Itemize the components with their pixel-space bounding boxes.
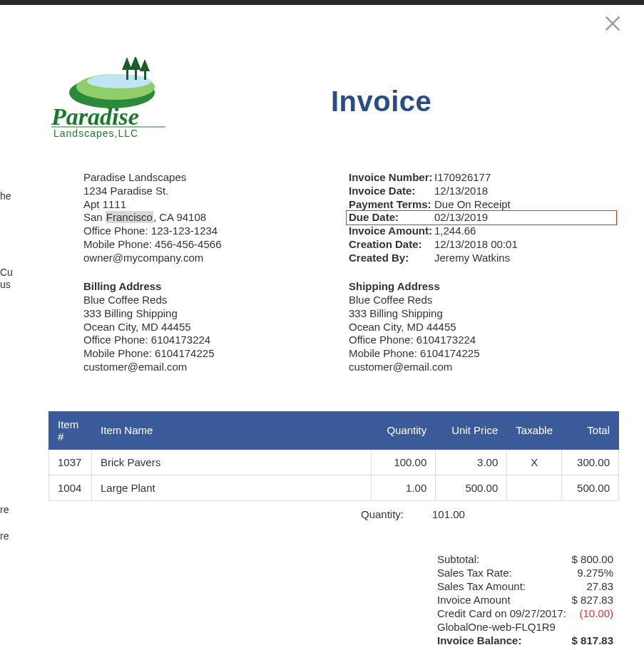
company-address-block: Paradise Landscapes 1234 Paradise St. Ap… bbox=[83, 171, 349, 264]
svg-text:Paradise: Paradise bbox=[51, 103, 139, 130]
address-line: 333 Billing Shipping bbox=[349, 307, 614, 321]
totals-value: 27.83 bbox=[569, 580, 619, 592]
close-button[interactable] bbox=[603, 14, 623, 33]
totals-line: Invoice Amount$ 827.83 bbox=[48, 593, 619, 607]
billing-heading: Billing Address bbox=[83, 280, 349, 294]
totals-value: $ 800.00 bbox=[569, 553, 619, 565]
meta-key: Invoice Number: bbox=[349, 171, 434, 185]
quantity-summary: Quantity: 101.00 bbox=[48, 508, 619, 520]
meta-key: Created By: bbox=[349, 252, 434, 265]
col-item-name: Item Name bbox=[92, 411, 372, 449]
meta-key: Payment Terms: bbox=[349, 198, 434, 212]
meta-key: Creation Date: bbox=[349, 238, 434, 252]
cell-item-name: Brick Pavers bbox=[92, 449, 372, 475]
cell-taxable: X bbox=[507, 449, 562, 475]
address-line: customer@email.com bbox=[349, 361, 614, 374]
meta-row: Invoice Number:I170926177 bbox=[349, 171, 614, 185]
totals-value: 9.275% bbox=[569, 567, 619, 579]
shipping-address-block: Shipping Address Blue Coffee Reds333 Bil… bbox=[349, 280, 614, 373]
shipping-heading: Shipping Address bbox=[349, 280, 614, 294]
meta-key: Due Date: bbox=[349, 211, 434, 225]
document-title: Invoice bbox=[331, 86, 614, 118]
totals-line: Sales Tax Rate:9.275% bbox=[48, 566, 619, 579]
cell-total: 300.00 bbox=[562, 449, 619, 475]
quantity-total: 101.00 bbox=[432, 508, 465, 520]
cell-item-name: Large Plant bbox=[92, 475, 372, 500]
company-office-phone: Office Phone: 123-123-1234 bbox=[83, 225, 349, 238]
meta-row: Created By:Jeremy Watkins bbox=[349, 252, 614, 265]
totals-label: Sales Tax Amount: bbox=[437, 580, 569, 592]
invoice-modal: he Cuus re re bbox=[0, 5, 644, 647]
meta-value: 12/13/2018 00:01 bbox=[434, 238, 518, 252]
meta-row: Due Date:02/13/2019 bbox=[346, 210, 617, 225]
cell-total: 500.00 bbox=[562, 475, 619, 500]
meta-value: 02/13/2019 bbox=[434, 211, 488, 225]
address-line: Mobile Phone: 6104174225 bbox=[83, 347, 349, 361]
company-addr2: Apt 1111 bbox=[83, 198, 349, 212]
totals-block: Subtotal:$ 800.00Sales Tax Rate:9.275%Sa… bbox=[48, 552, 619, 647]
meta-key: Invoice Amount: bbox=[349, 225, 434, 238]
meta-value: 12/13/2018 bbox=[434, 185, 488, 198]
svg-point-2 bbox=[87, 74, 151, 88]
totals-line: Sales Tax Amount:27.83 bbox=[48, 579, 619, 593]
meta-value: I170926177 bbox=[434, 171, 491, 185]
totals-value bbox=[569, 621, 619, 633]
company-mobile-phone: Mobile Phone: 456-456-4566 bbox=[83, 238, 349, 252]
svg-marker-8 bbox=[140, 59, 150, 71]
meta-value: Jeremy Watkins bbox=[434, 252, 510, 265]
cell-unit-price: 500.00 bbox=[436, 475, 507, 500]
totals-value: $ 817.83 bbox=[569, 634, 619, 646]
totals-value: $ 827.83 bbox=[569, 594, 619, 606]
meta-row: Invoice Date:12/13/2018 bbox=[349, 185, 614, 198]
cell-quantity: 100.00 bbox=[372, 449, 436, 475]
invoice-document: Paradise Landscapes,LLC Invoice Paradise… bbox=[12, 18, 635, 647]
totals-label: Invoice Balance: bbox=[437, 634, 569, 646]
items-header-row: Item # Item Name Quantity Unit Price Tax… bbox=[49, 411, 619, 449]
meta-row: Invoice Amount:1,244.66 bbox=[349, 225, 614, 238]
col-quantity: Quantity bbox=[372, 411, 436, 449]
address-line: Office Phone: 6104173224 bbox=[349, 334, 614, 347]
svg-marker-6 bbox=[130, 57, 141, 70]
svg-text:Landscapes,LLC: Landscapes,LLC bbox=[53, 128, 138, 139]
col-unit-price: Unit Price bbox=[436, 411, 507, 449]
text-selection: Francisco bbox=[106, 211, 153, 223]
col-taxable: Taxable bbox=[507, 411, 562, 449]
address-line: Blue Coffee Reds bbox=[349, 294, 614, 307]
totals-label: Sales Tax Rate: bbox=[437, 567, 569, 579]
company-city: San Francisco, CA 94108 bbox=[83, 211, 349, 225]
address-line: Blue Coffee Reds bbox=[83, 294, 349, 307]
meta-key: Invoice Date: bbox=[349, 185, 434, 198]
meta-row: Creation Date:12/13/2018 00:01 bbox=[349, 238, 614, 252]
company-name: Paradise Landscapes bbox=[83, 171, 349, 185]
table-row: 1037Brick Pavers100.003.00X300.00 bbox=[49, 449, 619, 475]
quantity-label: Quantity: bbox=[361, 508, 404, 520]
totals-label: Subtotal: bbox=[437, 553, 569, 565]
cell-quantity: 1.00 bbox=[372, 475, 436, 500]
totals-line: Subtotal:$ 800.00 bbox=[48, 552, 619, 566]
cell-unit-price: 3.00 bbox=[436, 449, 507, 475]
close-icon bbox=[603, 24, 623, 36]
totals-label: GlobalOne-web-FLQ1R9 bbox=[437, 621, 569, 633]
company-addr1: 1234 Paradise St. bbox=[83, 185, 349, 198]
address-line: Mobile Phone: 6104174225 bbox=[349, 347, 614, 361]
background-sidebar-hints: he Cuus re re bbox=[0, 190, 13, 607]
address-line: customer@email.com bbox=[83, 361, 349, 374]
address-line: Ocean City, MD 44455 bbox=[349, 321, 614, 334]
totals-label: Invoice Amount bbox=[437, 594, 569, 606]
col-total: Total bbox=[562, 411, 619, 449]
totals-line: GlobalOne-web-FLQ1R9 bbox=[48, 620, 619, 634]
window-topbar bbox=[0, 0, 644, 5]
cell-taxable bbox=[507, 475, 562, 500]
svg-marker-4 bbox=[122, 57, 132, 70]
totals-line: Invoice Balance:$ 817.83 bbox=[48, 634, 619, 647]
invoice-meta-block: Invoice Number:I170926177Invoice Date:12… bbox=[349, 171, 614, 264]
items-table: Item # Item Name Quantity Unit Price Tax… bbox=[48, 411, 619, 501]
cell-item-num: 1004 bbox=[49, 475, 92, 500]
cell-item-num: 1037 bbox=[49, 449, 92, 475]
address-line: Office Phone: 6104173224 bbox=[83, 334, 349, 347]
company-logo: Paradise Landscapes,LLC bbox=[48, 57, 169, 143]
company-email: owner@mycompany.com bbox=[83, 252, 349, 265]
meta-value: Due On Receipt bbox=[434, 198, 511, 212]
meta-row: Payment Terms:Due On Receipt bbox=[349, 198, 614, 212]
address-line: Ocean City, MD 44455 bbox=[83, 321, 349, 334]
